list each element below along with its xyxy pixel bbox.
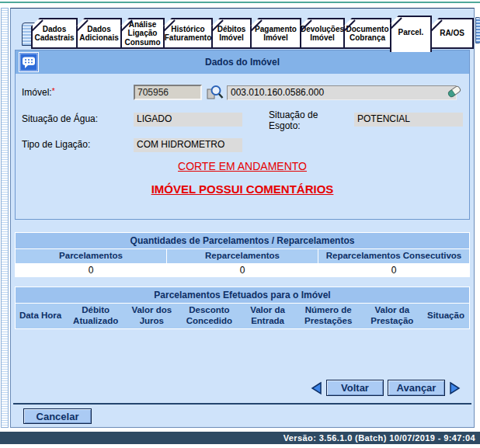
tab-label: Dados Cadastrais — [34, 25, 74, 42]
tab-label: Parcel. — [398, 28, 424, 36]
comentarios-link-wrap: IMÓVEL POSSUI COMENTÁRIOS — [16, 182, 469, 196]
column-header: Situação — [423, 304, 469, 328]
voltar-button[interactable]: Voltar — [326, 380, 384, 396]
tab-strip-right-grip — [475, 17, 480, 43]
reparcelamentos-consecutivos-count: 0 — [318, 264, 469, 276]
tab-label: Análise Ligação Consumo — [124, 20, 160, 47]
tab-parcel[interactable]: Parcel. — [390, 16, 432, 52]
tab-dados-adicionais[interactable]: Dados Adicionais — [76, 18, 122, 49]
tab-label: Histórico Faturamento — [165, 25, 212, 42]
panel-title: Dados do Imóvel — [205, 57, 280, 68]
parcelamentos-table-title: Parcelamentos Efetuados para o Imóvel — [16, 287, 469, 303]
footer-divider — [13, 403, 471, 405]
required-mark: * — [52, 87, 55, 96]
main-container: Dados Cadastrais Dados Adicionais Anális… — [10, 8, 475, 428]
dados-imovel-panel: Dados do Imóvel Imóvel:* 003.010.160.058… — [15, 50, 470, 220]
tab-label: Pagamento Imóvel — [255, 25, 297, 42]
column-header: Valor da Prestação — [363, 304, 422, 328]
tab-pagamento-imovel[interactable]: Pagamento Imóvel — [250, 18, 301, 49]
column-header: Valor da Entrada — [241, 304, 294, 328]
quantidades-header-row: Parcelamentos Reparcelamentos Reparcelam… — [16, 249, 469, 263]
avancar-button[interactable]: Avançar — [388, 380, 445, 396]
matricula-field[interactable]: 003.010.160.0586.000 — [227, 85, 457, 100]
column-header: Parcelamentos — [16, 249, 166, 263]
search-icon[interactable] — [207, 84, 224, 101]
column-header: Reparcelamentos — [167, 249, 318, 263]
tab-label: Débitos Imóvel — [217, 25, 246, 42]
tab-label: Documento Cobrança — [346, 25, 389, 42]
agua-label: Situação de Água: — [22, 113, 98, 124]
parcelamentos-header-row: Data Hora Débito Atualizado Valor dos Ju… — [16, 304, 469, 328]
nav-buttons: Voltar Avançar — [310, 380, 461, 396]
ligacao-label: Tipo de Ligação: — [22, 139, 90, 150]
tab-ra-os[interactable]: RA/OS — [430, 18, 474, 49]
tab-debitos-imovel[interactable]: Débitos Imóvel — [211, 18, 252, 49]
imovel-label: Imóvel:* — [22, 87, 55, 98]
parcelamentos-count: 0 — [16, 264, 166, 276]
tab-devolucoes-imovel[interactable]: Devoluções Imóvel — [300, 18, 345, 49]
tab-label: Devoluções Imóvel — [301, 25, 344, 42]
column-header: Data Hora — [16, 304, 65, 328]
tab-analise-ligacao-consumo[interactable]: Análise Ligação Consumo — [120, 18, 165, 49]
tab-dados-cadastrais[interactable]: Dados Cadastrais — [31, 18, 78, 49]
app-screen: Dados Cadastrais Dados Adicionais Anális… — [0, 0, 480, 448]
reparcelamentos-count: 0 — [167, 264, 318, 276]
panel-header: Dados do Imóvel — [16, 50, 469, 74]
arrow-left-icon[interactable] — [310, 381, 322, 395]
esgoto-value: POTENCIAL — [354, 113, 463, 127]
corte-em-andamento-link[interactable]: CORTE EM ANDAMENTO — [178, 160, 307, 172]
eraser-icon[interactable] — [446, 83, 463, 100]
parcelamentos-table: Parcelamentos Efetuados para o Imóvel Da… — [15, 287, 470, 329]
cancel-row: Cancelar — [23, 408, 92, 424]
column-header: Desconto Concedido — [178, 304, 240, 328]
tipo-ligacao-row: Tipo de Ligação: COM HIDROMETRO — [22, 137, 463, 153]
tab-label: Dados Adicionais — [79, 25, 119, 42]
tab-documento-cobranca[interactable]: Documento Cobrança — [343, 18, 391, 49]
left-collapse-rail[interactable] — [1, 8, 9, 428]
top-accent-line — [0, 2, 480, 3]
agua-value: LIGADO — [134, 113, 242, 127]
version-text: Versão: 3.56.1.0 (Batch) 10/07/2019 - 9:… — [283, 433, 475, 443]
esgoto-label: Situação de Esgoto: — [269, 109, 334, 132]
ligacao-value: COM HIDROMETRO — [134, 138, 242, 152]
imovel-possui-comentarios-link[interactable]: IMÓVEL POSSUI COMENTÁRIOS — [151, 182, 334, 196]
quantidades-table-title: Quantidades de Parcelamentos / Reparcela… — [16, 233, 469, 248]
corte-link-wrap: CORTE EM ANDAMENTO — [16, 159, 469, 173]
comment-bubble-icon[interactable] — [19, 52, 39, 72]
column-header: Número de Prestações — [295, 304, 362, 328]
column-header: Valor dos Juros — [126, 304, 177, 328]
situacao-row: Situação de Água: LIGADO Situação de Esg… — [22, 109, 463, 134]
quantidades-value-row: 0 0 0 — [16, 264, 469, 276]
tab-label: RA/OS — [440, 29, 464, 37]
cancelar-button[interactable]: Cancelar — [23, 408, 92, 424]
imovel-row: Imóvel:* 003.010.160.0586.000 — [22, 85, 463, 103]
version-bar: Versão: 3.56.1.0 (Batch) 10/07/2019 - 9:… — [0, 432, 480, 444]
tab-historico-faturamento[interactable]: Histórico Faturamento — [163, 18, 213, 49]
tab-strip: Dados Cadastrais Dados Adicionais Anális… — [22, 12, 480, 49]
quantidades-table: Quantidades de Parcelamentos / Reparcela… — [15, 232, 470, 277]
column-header: Reparcelamentos Consecutivos — [318, 249, 469, 263]
imovel-input[interactable] — [134, 85, 202, 100]
arrow-right-icon[interactable] — [449, 381, 461, 395]
column-header: Débito Atualizado — [66, 304, 125, 328]
